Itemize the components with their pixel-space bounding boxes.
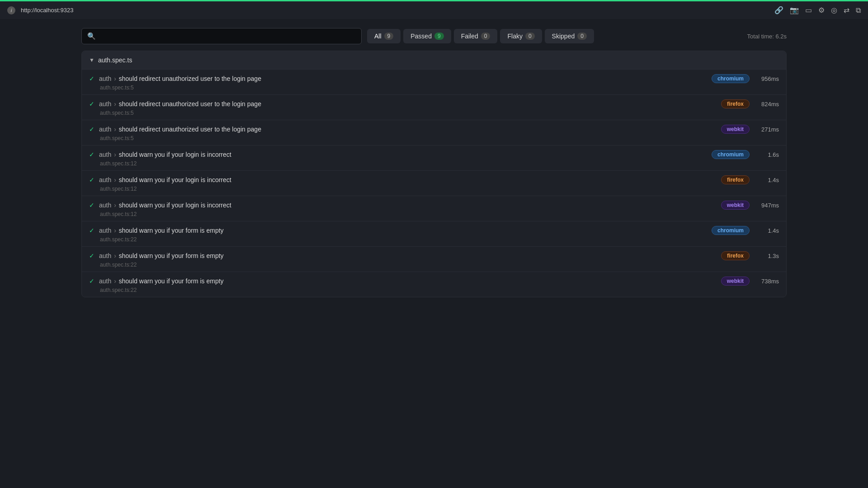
filter-flaky-label: Flaky	[507, 33, 522, 40]
test-duration: 947ms	[754, 202, 779, 209]
arrow-icon: ›	[114, 252, 118, 259]
filter-skipped-button[interactable]: Skipped 0	[545, 29, 594, 43]
arrow-icon: ›	[114, 151, 118, 158]
gear-icon[interactable]: ⚙	[818, 6, 825, 14]
test-title: auth › should redirect unauthorized user…	[99, 75, 707, 82]
filter-passed-button[interactable]: Passed 9	[403, 29, 451, 43]
test-duration: 1.6s	[754, 151, 779, 158]
split-icon[interactable]: ⧉	[856, 6, 861, 14]
test-title: auth › should warn you if your login is …	[99, 176, 717, 183]
test-item[interactable]: ✓ auth › should redirect unauthorized us…	[82, 94, 786, 120]
location-icon[interactable]: ◎	[831, 6, 837, 14]
test-title: auth › should warn you if your form is e…	[99, 277, 717, 285]
pass-icon: ✓	[89, 202, 94, 209]
arrow-icon: ›	[114, 277, 118, 285]
test-title: auth › should warn you if your form is e…	[99, 227, 707, 234]
window-icon[interactable]: ▭	[805, 6, 812, 14]
test-item[interactable]: ✓ auth › should warn you if your login i…	[82, 145, 786, 170]
test-duration: 271ms	[754, 126, 779, 133]
test-row: ✓ auth › should redirect unauthorized us…	[89, 74, 779, 83]
test-title: auth › should warn you if your login is …	[99, 202, 717, 209]
filter-all-count: 9	[384, 33, 394, 40]
search-box[interactable]: 🔍	[81, 28, 362, 44]
test-title: auth › should redirect unauthorized user…	[99, 100, 717, 108]
info-icon: i	[7, 6, 15, 14]
test-row: ✓ auth › should warn you if your form is…	[89, 251, 779, 260]
pass-icon: ✓	[89, 75, 94, 82]
arrow-icon: ›	[114, 176, 118, 183]
filter-flaky-count: 0	[525, 33, 535, 40]
test-title: auth › should redirect unauthorized user…	[99, 126, 717, 133]
main-content: 🔍 All 9 Passed 9 Failed 0 Flaky 0 Skippe…	[0, 19, 868, 306]
suite-name: auth	[99, 202, 111, 209]
test-row: ✓ auth › should redirect unauthorized us…	[89, 125, 779, 134]
filter-all-button[interactable]: All 9	[367, 29, 401, 43]
test-list-container: ▼ auth.spec.ts ✓ auth › should redirect …	[81, 51, 787, 297]
test-file: auth.spec.ts:22	[100, 287, 779, 293]
spec-header[interactable]: ▼ auth.spec.ts	[82, 51, 786, 69]
browser-badge-firefox: firefox	[721, 99, 750, 108]
suite-name: auth	[99, 227, 111, 234]
test-duration: 1.4s	[754, 227, 779, 234]
suite-name: auth	[99, 151, 111, 158]
test-file: auth.spec.ts:12	[100, 186, 779, 192]
chevron-down-icon: ▼	[89, 57, 94, 63]
test-file: auth.spec.ts:5	[100, 84, 779, 91]
filter-flaky-button[interactable]: Flaky 0	[500, 29, 542, 43]
pass-icon: ✓	[89, 277, 94, 285]
topbar: i http://localhost:9323 🔗 📷 ▭ ⚙ ◎ ⇄ ⧉	[0, 0, 868, 19]
link-icon[interactable]: 🔗	[774, 6, 783, 14]
browser-badge-firefox: firefox	[721, 251, 750, 260]
test-item[interactable]: ✓ auth › should redirect unauthorized us…	[82, 120, 786, 145]
total-time: Total time: 6.2s	[747, 33, 787, 40]
url-display: http://localhost:9323	[21, 7, 73, 14]
test-item[interactable]: ✓ auth › should warn you if your login i…	[82, 170, 786, 196]
filter-passed-count: 9	[434, 33, 444, 40]
test-row: ✓ auth › should warn you if your login i…	[89, 150, 779, 159]
suite-name: auth	[99, 75, 111, 82]
test-duration: 1.3s	[754, 253, 779, 259]
browser-badge-webkit: webkit	[721, 201, 750, 210]
suite-name: auth	[99, 126, 111, 133]
filter-failed-label: Failed	[461, 33, 478, 40]
browser-badge-firefox: firefox	[721, 175, 750, 184]
spec-filename: auth.spec.ts	[98, 56, 132, 64]
test-duration: 1.4s	[754, 177, 779, 183]
search-input[interactable]	[99, 33, 356, 40]
filter-failed-button[interactable]: Failed 0	[454, 29, 498, 43]
test-duration: 738ms	[754, 278, 779, 285]
filter-failed-count: 0	[481, 33, 491, 40]
filter-skipped-count: 0	[577, 33, 587, 40]
test-file: auth.spec.ts:22	[100, 236, 779, 243]
test-row: ✓ auth › should redirect unauthorized us…	[89, 99, 779, 108]
test-title: auth › should warn you if your form is e…	[99, 252, 717, 259]
pass-icon: ✓	[89, 176, 94, 183]
test-file: auth.spec.ts:5	[100, 135, 779, 141]
pass-icon: ✓	[89, 151, 94, 158]
arrow-icon: ›	[114, 227, 118, 234]
test-file: auth.spec.ts:5	[100, 110, 779, 116]
arrow-icon: ›	[114, 126, 118, 133]
test-item[interactable]: ✓ auth › should warn you if your form is…	[82, 246, 786, 272]
browser-badge-chromium: chromium	[712, 74, 750, 83]
arrow-icon: ›	[114, 75, 118, 82]
test-row: ✓ auth › should warn you if your login i…	[89, 201, 779, 210]
camera-icon[interactable]: 📷	[790, 6, 799, 14]
test-item[interactable]: ✓ auth › should warn you if your login i…	[82, 196, 786, 221]
pass-icon: ✓	[89, 252, 94, 259]
pass-icon: ✓	[89, 100, 94, 108]
suite-name: auth	[99, 277, 111, 285]
test-title: auth › should warn you if your login is …	[99, 151, 707, 158]
test-file: auth.spec.ts:12	[100, 211, 779, 217]
test-item[interactable]: ✓ auth › should redirect unauthorized us…	[82, 69, 786, 94]
arrows-icon[interactable]: ⇄	[844, 6, 849, 14]
test-duration: 956ms	[754, 75, 779, 82]
test-item[interactable]: ✓ auth › should warn you if your form is…	[82, 272, 786, 297]
search-icon: 🔍	[87, 32, 96, 40]
test-item[interactable]: ✓ auth › should warn you if your form is…	[82, 221, 786, 246]
browser-badge-chromium: chromium	[712, 150, 750, 159]
test-row: ✓ auth › should warn you if your form is…	[89, 226, 779, 235]
filter-all-label: All	[374, 33, 382, 40]
suite-name: auth	[99, 252, 111, 259]
arrow-icon: ›	[114, 202, 118, 209]
